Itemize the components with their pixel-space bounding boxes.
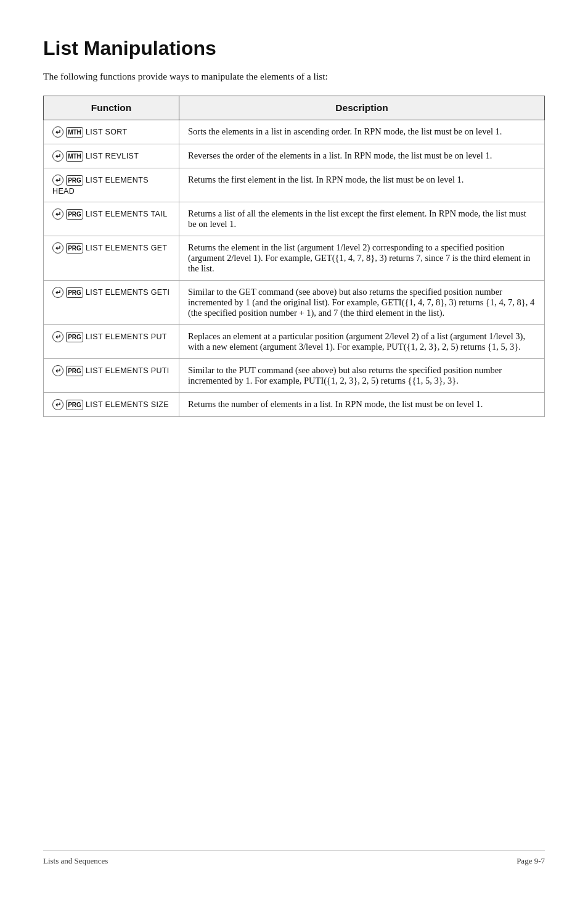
table-row-func-5: ↵PRGLIST ELEMENTS GETI xyxy=(44,281,179,325)
table-row-desc-1: Reverses the order of the elements in a … xyxy=(179,144,545,168)
col-header-function: Function xyxy=(44,96,179,120)
functions-table: Function Description ↵MTHLIST SORTSorts … xyxy=(43,96,545,417)
func-name-3: LIST ELEMENTS TAIL xyxy=(86,210,168,218)
table-row-func-1: ↵MTHLIST REVLIST xyxy=(44,144,179,168)
enter-icon-6: ↵ xyxy=(52,331,63,342)
menu-icon-3: PRG xyxy=(66,209,83,220)
footer-left: Lists and Sequences xyxy=(43,856,108,866)
table-row-func-7: ↵PRGLIST ELEMENTS PUTI xyxy=(44,359,179,393)
func-name-2: LIST ELEMENTS xyxy=(86,176,149,184)
menu-icon-5: PRG xyxy=(66,287,83,298)
enter-icon-1: ↵ xyxy=(52,150,63,162)
table-row-func-3: ↵PRGLIST ELEMENTS TAIL xyxy=(44,202,179,236)
table-row-func-2: ↵PRGLIST ELEMENTSHEAD xyxy=(44,168,179,202)
table-row-desc-5: Similar to the GET command (see above) b… xyxy=(179,281,545,325)
func-name-7: LIST ELEMENTS PUTI xyxy=(86,366,169,375)
menu-icon-4: PRG xyxy=(66,243,83,254)
table-row-func-0: ↵MTHLIST SORT xyxy=(44,120,179,144)
page-title: List Manipulations xyxy=(43,37,545,60)
table-row-func-8: ↵PRGLIST ELEMENTS SIZE xyxy=(44,393,179,417)
enter-icon-0: ↵ xyxy=(52,126,63,138)
col-header-description: Description xyxy=(179,96,545,120)
table-row-desc-4: Returns the element in the list (argumen… xyxy=(179,236,545,281)
menu-icon-1: MTH xyxy=(66,151,83,162)
table-row-desc-3: Returns a list of all the elements in th… xyxy=(179,202,545,236)
menu-icon-8: PRG xyxy=(66,400,83,410)
table-row-desc-0: Sorts the elements in a list in ascendin… xyxy=(179,120,545,144)
table-row-desc-8: Returns the number of elements in a list… xyxy=(179,393,545,417)
func-name2-2: HEAD xyxy=(52,187,75,196)
table-row-func-6: ↵PRGLIST ELEMENTS PUT xyxy=(44,325,179,359)
func-name-0: LIST SORT xyxy=(86,128,128,136)
func-name-4: LIST ELEMENTS GET xyxy=(86,244,168,252)
enter-icon-7: ↵ xyxy=(52,365,63,376)
page-footer: Lists and Sequences Page 9-7 xyxy=(43,851,545,866)
table-row-desc-7: Similar to the PUT command (see above) b… xyxy=(179,359,545,393)
enter-icon-4: ↵ xyxy=(52,242,63,254)
table-row-func-4: ↵PRGLIST ELEMENTS GET xyxy=(44,236,179,281)
table-row-desc-2: Returns the first element in the list. I… xyxy=(179,168,545,202)
enter-icon-2: ↵ xyxy=(52,175,63,186)
func-name-6: LIST ELEMENTS PUT xyxy=(86,332,167,341)
func-name-1: LIST REVLIST xyxy=(86,152,139,160)
intro-text: The following functions provide ways to … xyxy=(43,71,545,82)
footer-right: Page 9-7 xyxy=(517,856,545,866)
menu-icon-2: PRG xyxy=(66,175,83,186)
menu-icon-7: PRG xyxy=(66,366,83,376)
table-row-desc-6: Replaces an element at a particular posi… xyxy=(179,325,545,359)
func-name-8: LIST ELEMENTS SIZE xyxy=(86,400,169,409)
enter-icon-5: ↵ xyxy=(52,287,63,298)
menu-icon-6: PRG xyxy=(66,332,83,342)
enter-icon-8: ↵ xyxy=(52,399,63,410)
enter-icon-3: ↵ xyxy=(52,208,63,220)
func-name-5: LIST ELEMENTS GETI xyxy=(86,288,169,297)
menu-icon-0: MTH xyxy=(66,127,83,138)
